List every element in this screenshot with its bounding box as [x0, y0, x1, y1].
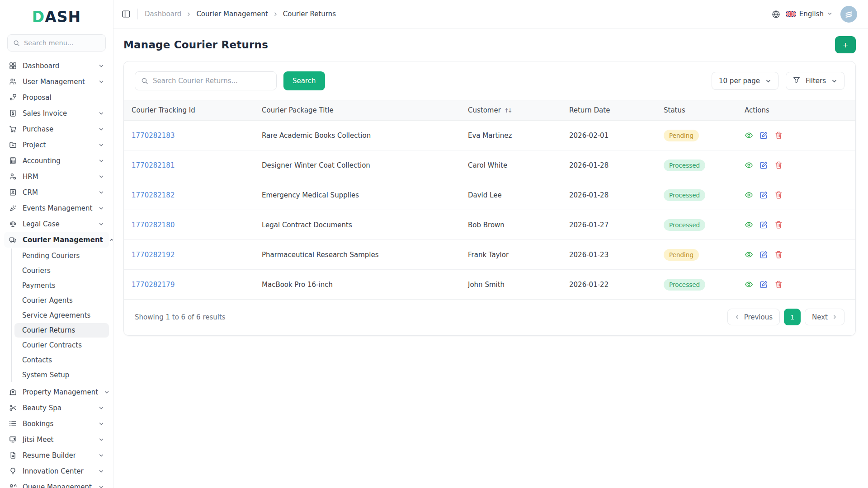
chevron-down-icon [99, 206, 104, 211]
delete-icon[interactable] [774, 131, 783, 140]
sidebar-item-accounting[interactable]: Accounting [4, 153, 109, 169]
edit-icon[interactable] [760, 161, 768, 169]
next-page-button[interactable]: Next [805, 309, 844, 325]
breadcrumb-item-dashboard[interactable]: Dashboard [145, 10, 181, 18]
sidebar-item-user-management[interactable]: User Management [4, 74, 109, 89]
edit-icon[interactable] [760, 191, 768, 199]
sidebar-item-hrm[interactable]: HRM [4, 169, 109, 184]
sidebar-subitem-couriers[interactable]: Couriers [14, 263, 109, 278]
view-icon[interactable] [745, 161, 753, 169]
breadcrumb-item-courier-returns[interactable]: Courier Returns [283, 10, 336, 18]
column-header-actions: Actions [737, 100, 855, 121]
calculator-icon [9, 157, 17, 164]
edit-icon[interactable] [760, 131, 768, 140]
sidebar-search-input[interactable] [24, 39, 100, 47]
previous-page-button[interactable]: Previous [727, 309, 780, 325]
toolbar-right: 10 per page Filters [712, 72, 844, 90]
tracking-id-link[interactable]: 1770282181 [132, 161, 175, 169]
edit-icon[interactable] [760, 221, 768, 229]
sidebar-item-beauty-spa[interactable]: Beauty Spa [4, 400, 109, 416]
customer-name: John Smith [468, 281, 505, 289]
table-row: 1770282181 Designer Winter Coat Collecti… [124, 150, 855, 180]
sidebar-item-bookings[interactable]: Bookings [4, 416, 109, 432]
view-icon[interactable] [745, 280, 753, 289]
sidebar-subitem-system-setup[interactable]: System Setup [14, 368, 109, 382]
delete-icon[interactable] [774, 221, 783, 229]
sidebar-item-dashboard[interactable]: Dashboard [4, 58, 109, 74]
sidebar-item-sales-invoice[interactable]: Sales Invoice [4, 105, 109, 121]
sidebar-item-courier-management[interactable]: Courier Management [4, 232, 109, 248]
sidebar-item-purchase[interactable]: Purchase [4, 121, 109, 137]
table-search[interactable] [135, 71, 277, 90]
sidebar-item-queue-management[interactable]: Queue Management [4, 479, 109, 488]
status-badge: Processed [664, 189, 705, 201]
sidebar-subitem-contacts[interactable]: Contacts [14, 353, 109, 367]
view-icon[interactable] [745, 191, 753, 199]
column-header-customer[interactable]: Customer↑↓ [461, 100, 562, 121]
sidebar-item-proposal[interactable]: Proposal [4, 89, 109, 105]
chevron-down-icon [99, 453, 104, 458]
per-page-select[interactable]: 10 per page [712, 72, 778, 90]
edit-icon[interactable] [760, 280, 768, 289]
view-icon[interactable] [745, 131, 753, 140]
sidebar-toggle-icon[interactable] [122, 9, 131, 19]
edit-icon[interactable] [760, 250, 768, 259]
sidebar-search[interactable] [7, 34, 106, 52]
status-badge: Processed [664, 279, 705, 291]
sidebar-subitem-courier-returns[interactable]: Courier Returns [14, 323, 109, 338]
sidebar-item-legal-case[interactable]: Legal Case [4, 216, 109, 232]
return-date: 2026-01-28 [569, 191, 609, 199]
sidebar-subitem-courier-contracts[interactable]: Courier Contracts [14, 338, 109, 352]
filters-button[interactable]: Filters [786, 72, 844, 90]
table-search-input[interactable] [153, 77, 270, 85]
tracking-id-link[interactable]: 1770282179 [132, 281, 175, 289]
sidebar: DASH Dashboard User Management Proposal … [0, 0, 113, 488]
package-title: Emergency Medical Supplies [262, 191, 359, 199]
sidebar-item-innovation-center[interactable]: Innovation Center [4, 463, 109, 479]
sidebar-item-project[interactable]: Project [4, 137, 109, 153]
tracking-id-link[interactable]: 1770282180 [132, 221, 175, 229]
chevron-down-icon [99, 127, 104, 132]
sidebar-subitem-label: Service Agreements [22, 311, 90, 319]
app-window: DASH Dashboard User Management Proposal … [0, 0, 868, 488]
globe-icon[interactable] [772, 10, 780, 19]
card-footer: Showing 1 to 6 of 6 results Previous 1 N… [124, 300, 855, 335]
view-icon[interactable] [745, 250, 753, 259]
user-avatar[interactable] [840, 6, 857, 23]
page-number-button[interactable]: 1 [784, 309, 801, 325]
status-badge: Processed [664, 160, 705, 171]
delete-icon[interactable] [774, 280, 783, 289]
search-icon [13, 40, 20, 47]
brand-logo[interactable]: DASH [0, 0, 113, 31]
view-icon[interactable] [745, 221, 753, 229]
delete-icon[interactable] [774, 161, 783, 169]
row-actions [745, 131, 848, 140]
language-selector[interactable]: English [786, 10, 832, 18]
sidebar-subitem-label: Pending Couriers [22, 252, 80, 260]
title-row: Manage Courier Returns + [123, 36, 856, 53]
proposal-icon [9, 94, 17, 101]
tracking-id-link[interactable]: 1770282183 [132, 131, 175, 140]
sidebar-subitem-service-agreements[interactable]: Service Agreements [14, 308, 109, 323]
delete-icon[interactable] [774, 191, 783, 199]
chevron-down-icon [99, 484, 104, 488]
sidebar-subitem-payments[interactable]: Payments [14, 278, 109, 293]
sidebar-item-events-management[interactable]: Events Management [4, 200, 109, 216]
sidebar-subitem-label: Courier Agents [22, 296, 73, 305]
return-date: 2026-02-01 [569, 131, 609, 140]
sidebar-item-crm[interactable]: CRM [4, 184, 109, 200]
delete-icon[interactable] [774, 250, 783, 259]
sort-icon[interactable]: ↑↓ [504, 107, 511, 114]
sidebar-subitem-pending-couriers[interactable]: Pending Couriers [14, 249, 109, 263]
sidebar-subitem-courier-agents[interactable]: Courier Agents [14, 293, 109, 308]
tracking-id-link[interactable]: 1770282182 [132, 191, 175, 199]
tracking-id-link[interactable]: 1770282192 [132, 251, 175, 259]
breadcrumb-item-courier-management[interactable]: Courier Management [196, 10, 268, 18]
sidebar-item-resume-builder[interactable]: Resume Builder [4, 447, 109, 463]
sidebar-item-property-management[interactable]: Property Management [4, 384, 109, 400]
search-button[interactable]: Search [283, 71, 325, 90]
sidebar-item-jitsi-meet[interactable]: Jitsi Meet [4, 432, 109, 447]
add-courier-return-button[interactable]: + [835, 36, 856, 53]
chevron-down-icon [99, 158, 104, 164]
pagination: Previous 1 Next [727, 309, 844, 325]
